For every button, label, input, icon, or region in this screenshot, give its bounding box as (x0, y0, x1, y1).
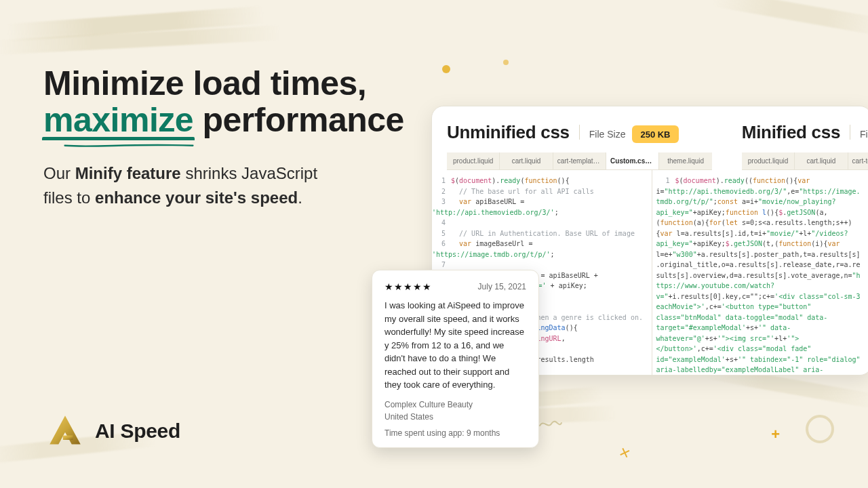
hero: Minimize load times, maximize performanc… (43, 65, 437, 226)
arc-icon (806, 415, 834, 443)
brand-name-bold: AI (95, 420, 115, 442)
review-country: United States (384, 411, 526, 423)
right-size-label: File Size (860, 129, 868, 140)
subheadline: Our Minify feature shrinks JavaScript fi… (43, 161, 342, 210)
sub-b2: enhance your site's speed (95, 188, 298, 207)
review-body: I was looking at AiSpeed to improve my o… (384, 299, 526, 392)
left-title: Unminified css (447, 122, 570, 143)
svg-rect-1 (63, 436, 73, 441)
separator (850, 125, 850, 140)
separator (579, 125, 580, 140)
headline-highlight-text: maximize (43, 101, 193, 139)
review-company: Complex Culture Beauty (384, 399, 526, 411)
file-tab[interactable]: Custom.css.liquid (606, 152, 659, 169)
brand-logo-icon (47, 413, 83, 449)
review-card: ★★★★★ July 15, 2021 I was looking at AiS… (372, 270, 539, 448)
left-size-pill: 250 KB (632, 125, 678, 143)
panel-right: Minified css File Size 92 KB product.liq… (727, 106, 868, 170)
headline: Minimize load times, maximize performanc… (43, 65, 437, 138)
star-rating: ★★★★★ (384, 281, 432, 292)
file-tab[interactable]: cart-template.liquid (848, 152, 868, 169)
headline-line1: Minimize load times, (43, 64, 366, 102)
plus-icon: + (771, 426, 780, 443)
brush-stroke (712, 0, 868, 37)
brand-name: AI Speed (95, 420, 180, 443)
review-meta: Complex Culture Beauty United States (384, 399, 526, 423)
file-tab[interactable]: cart-template.liquid (553, 152, 606, 169)
brand-name-rest: Speed (115, 420, 180, 442)
file-tab[interactable]: product.liquid (742, 152, 795, 169)
left-size-label: File Size (589, 129, 626, 140)
review-head: ★★★★★ July 15, 2021 (384, 281, 526, 292)
sub-post: . (298, 188, 302, 207)
panel-left: Unminified css File Size 250 KB product.… (432, 106, 727, 170)
left-meta: File Size 250 KB (589, 125, 679, 143)
file-tab[interactable]: cart.liquid (795, 152, 848, 169)
right-meta: File Size 92 KB (860, 125, 868, 143)
left-tabs: product.liquidcart.liquidcart-template.l… (447, 152, 712, 170)
cross-icon: ✕ (616, 443, 633, 462)
brand: AI Speed (47, 413, 180, 449)
panel-head: Unminified css File Size 250 KB product.… (432, 106, 868, 170)
headline-rest: performance (193, 101, 404, 139)
review-footer: Time spent using app: 9 months (384, 428, 526, 438)
dot-icon (442, 65, 450, 73)
underline-scribble-icon (47, 142, 210, 148)
dot-icon (503, 60, 509, 65)
right-title: Minified css (742, 122, 840, 143)
swirl-icon (538, 419, 563, 432)
sub-b1: Minify feature (75, 164, 181, 182)
sub-pre: Our (43, 164, 75, 182)
headline-highlight: maximize (43, 102, 193, 138)
review-date: July 15, 2021 (478, 282, 526, 291)
svg-marker-0 (50, 415, 81, 444)
file-tab[interactable]: cart.liquid (500, 152, 553, 169)
right-tabs: product.liquidcart.liquidcart-template.l… (742, 152, 868, 170)
file-tab[interactable]: product.liquid (447, 152, 500, 169)
file-tab[interactable]: theme.liquid (659, 152, 711, 169)
right-code: 1$(document).ready((function(){var i="ht… (652, 176, 864, 375)
right-code-pane: 1$(document).ready((function(){var i="ht… (652, 170, 869, 375)
